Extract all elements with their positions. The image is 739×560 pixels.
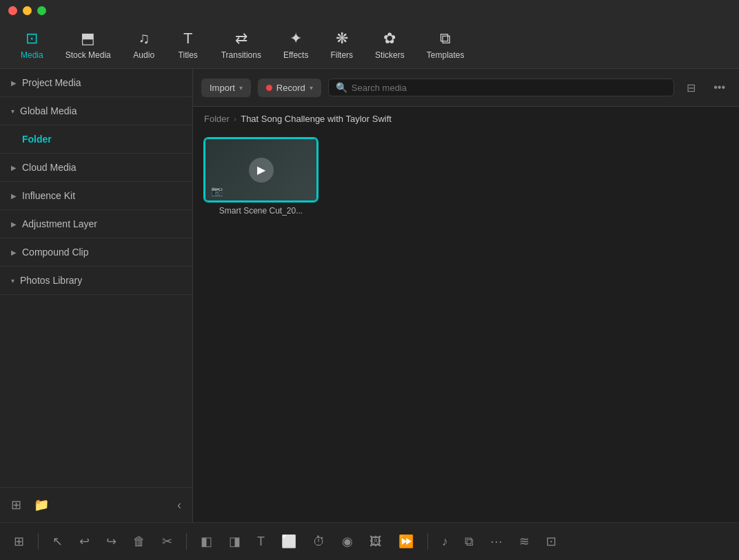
sidebar-bottom: ⊞ 📁 ‹ bbox=[0, 487, 192, 522]
bottom-toolbar: ⊞↖↩↪🗑✂◧◨T⬜⏱◉🖼⏩♪⧉⋯≋⊡ bbox=[0, 522, 739, 560]
audio-icon: ♫ bbox=[138, 30, 150, 48]
breadcrumb-root[interactable]: Folder bbox=[204, 114, 230, 124]
record-dot-icon bbox=[266, 85, 272, 91]
bottom-button-timer[interactable]: ⏱ bbox=[307, 532, 331, 552]
bottom-button-speed[interactable]: ⏩ bbox=[393, 531, 419, 552]
sidebar-item-label-global-media: Global Media bbox=[20, 105, 77, 116]
sidebar-item-label-folder: Folder bbox=[22, 134, 52, 145]
bottom-button-fit[interactable]: ⊡ bbox=[540, 531, 562, 552]
sidebar-item-label-cloud-media: Cloud Media bbox=[22, 162, 77, 173]
toolbar-item-effects[interactable]: ✦Effects bbox=[274, 25, 318, 64]
titlebar bbox=[0, 0, 739, 21]
bottom-button-more-bottom[interactable]: ⋯ bbox=[485, 531, 508, 552]
bottom-button-grid-view[interactable]: ⊞ bbox=[8, 531, 30, 552]
bottom-button-delete[interactable]: 🗑 bbox=[128, 532, 151, 552]
media-item[interactable]: ▶📷Smart Scene Cut_20... bbox=[204, 138, 318, 216]
influence-kit-arrow-icon: ▶ bbox=[11, 192, 17, 200]
sidebar: ▶Project Media▾Global MediaFolder▶Cloud … bbox=[0, 69, 193, 522]
toolbar-item-label-effects: Effects bbox=[283, 50, 308, 60]
record-button[interactable]: Record ▾ bbox=[258, 79, 321, 97]
bottom-button-undo[interactable]: ↩ bbox=[74, 531, 95, 552]
breadcrumb: Folder › That Song Challenge with Taylor… bbox=[193, 107, 739, 131]
sidebar-item-influence-kit[interactable]: ▶Influence Kit bbox=[0, 182, 192, 209]
bottom-separator-6 bbox=[186, 533, 187, 550]
close-button[interactable] bbox=[8, 6, 17, 15]
bottom-separator-14 bbox=[427, 533, 428, 550]
sidebar-item-label-compound-clip: Compound Clip bbox=[22, 247, 89, 258]
toolbar-item-filters[interactable]: ❋Filters bbox=[321, 25, 363, 64]
import-label: Import bbox=[210, 83, 235, 93]
toolbar-item-stickers[interactable]: ✿Stickers bbox=[365, 25, 414, 64]
maximize-button[interactable] bbox=[37, 6, 46, 15]
record-chevron-icon: ▾ bbox=[310, 84, 313, 92]
toolbar-item-label-stickers: Stickers bbox=[375, 50, 405, 60]
add-media-button[interactable]: ⊞ bbox=[8, 495, 24, 515]
bottom-button-color[interactable]: ◉ bbox=[336, 531, 358, 552]
media-grid: ▶📷Smart Scene Cut_20... bbox=[193, 131, 739, 522]
bottom-button-cursor[interactable]: ↖ bbox=[47, 531, 68, 552]
toolbar-item-templates[interactable]: ⧉Templates bbox=[417, 25, 474, 64]
bottom-button-trim-left[interactable]: ◧ bbox=[195, 531, 218, 552]
media-thumbnail-smart-scene-cut[interactable]: ▶📷 bbox=[204, 138, 318, 202]
import-button[interactable]: Import ▾ bbox=[201, 79, 251, 97]
play-button-icon: ▶ bbox=[249, 158, 274, 183]
content-toolbar: Import ▾ Record ▾ 🔍 ⊟ ••• bbox=[193, 69, 739, 107]
media-label-smart-scene-cut: Smart Scene Cut_20... bbox=[219, 206, 303, 216]
camera-icon: 📷 bbox=[211, 185, 223, 196]
top-toolbar: ⊡Media⬒Stock Media♫AudioTTitles⇄Transiti… bbox=[0, 21, 739, 69]
sidebar-item-label-influence-kit: Influence Kit bbox=[22, 190, 75, 201]
titles-icon: T bbox=[183, 30, 192, 48]
toolbar-item-audio[interactable]: ♫Audio bbox=[123, 25, 165, 64]
toolbar-item-titles[interactable]: TTitles bbox=[168, 25, 209, 64]
more-options-button[interactable]: ••• bbox=[708, 79, 731, 96]
toolbar-item-stock-media[interactable]: ⬒Stock Media bbox=[56, 25, 121, 64]
sidebar-item-photos-library[interactable]: ▾Photos Library bbox=[0, 267, 192, 294]
sidebar-item-cloud-media[interactable]: ▶Cloud Media bbox=[0, 154, 192, 181]
transitions-icon: ⇄ bbox=[235, 30, 247, 48]
filters-icon: ❋ bbox=[336, 30, 348, 48]
bottom-button-cut[interactable]: ✂ bbox=[156, 531, 178, 552]
filter-button[interactable]: ⊟ bbox=[681, 79, 701, 97]
bottom-button-trim-right[interactable]: ◨ bbox=[223, 531, 246, 552]
bottom-button-waveform[interactable]: ≋ bbox=[514, 531, 535, 552]
effects-icon: ✦ bbox=[290, 30, 302, 48]
bottom-button-image[interactable]: 🖼 bbox=[364, 532, 387, 552]
search-bar: 🔍 bbox=[328, 79, 674, 96]
global-media-arrow-icon: ▾ bbox=[11, 107, 14, 115]
sidebar-item-label-project-media: Project Media bbox=[22, 77, 81, 88]
bottom-button-transform[interactable]: ⧉ bbox=[459, 532, 479, 552]
folder-button[interactable]: 📁 bbox=[31, 495, 52, 515]
templates-icon: ⧉ bbox=[440, 30, 451, 48]
toolbar-item-label-stock-media: Stock Media bbox=[65, 50, 111, 60]
photos-library-arrow-icon: ▾ bbox=[11, 277, 14, 284]
sidebar-item-adjustment-layer[interactable]: ▶Adjustment Layer bbox=[0, 210, 192, 238]
collapse-sidebar-button[interactable]: ‹ bbox=[174, 495, 184, 515]
import-chevron-icon: ▾ bbox=[239, 84, 243, 92]
sidebar-item-project-media[interactable]: ▶Project Media bbox=[0, 69, 192, 96]
bottom-button-redo[interactable]: ↪ bbox=[101, 531, 122, 552]
toolbar-item-transitions[interactable]: ⇄Transitions bbox=[212, 25, 271, 64]
bottom-separator-1 bbox=[38, 533, 39, 550]
minimize-button[interactable] bbox=[23, 6, 32, 15]
breadcrumb-separator: › bbox=[234, 114, 236, 124]
search-icon: 🔍 bbox=[336, 82, 347, 93]
toolbar-item-media[interactable]: ⊡Media bbox=[11, 25, 53, 64]
adjustment-layer-arrow-icon: ▶ bbox=[11, 220, 17, 228]
toolbar-item-label-media: Media bbox=[21, 50, 43, 60]
bottom-button-text[interactable]: T bbox=[252, 532, 270, 552]
media-icon: ⊡ bbox=[26, 30, 38, 48]
toolbar-item-label-titles: Titles bbox=[179, 50, 198, 60]
search-input[interactable] bbox=[352, 83, 667, 93]
sidebar-item-folder[interactable]: Folder bbox=[0, 125, 192, 153]
sidebar-item-global-media[interactable]: ▾Global Media bbox=[0, 97, 192, 125]
bottom-button-audio-bottom[interactable]: ♪ bbox=[436, 532, 454, 552]
breadcrumb-current: That Song Challenge with Taylor Swift bbox=[241, 114, 392, 124]
toolbar-item-label-templates: Templates bbox=[427, 50, 465, 60]
sidebar-item-compound-clip[interactable]: ▶Compound Clip bbox=[0, 238, 192, 266]
bottom-button-clip[interactable]: ⬜ bbox=[276, 531, 302, 552]
toolbar-item-label-audio: Audio bbox=[133, 50, 154, 60]
main-layout: ▶Project Media▾Global MediaFolder▶Cloud … bbox=[0, 69, 739, 522]
sidebar-item-label-photos-library: Photos Library bbox=[20, 275, 82, 286]
stock-media-icon: ⬒ bbox=[81, 30, 95, 48]
stickers-icon: ✿ bbox=[383, 30, 396, 48]
